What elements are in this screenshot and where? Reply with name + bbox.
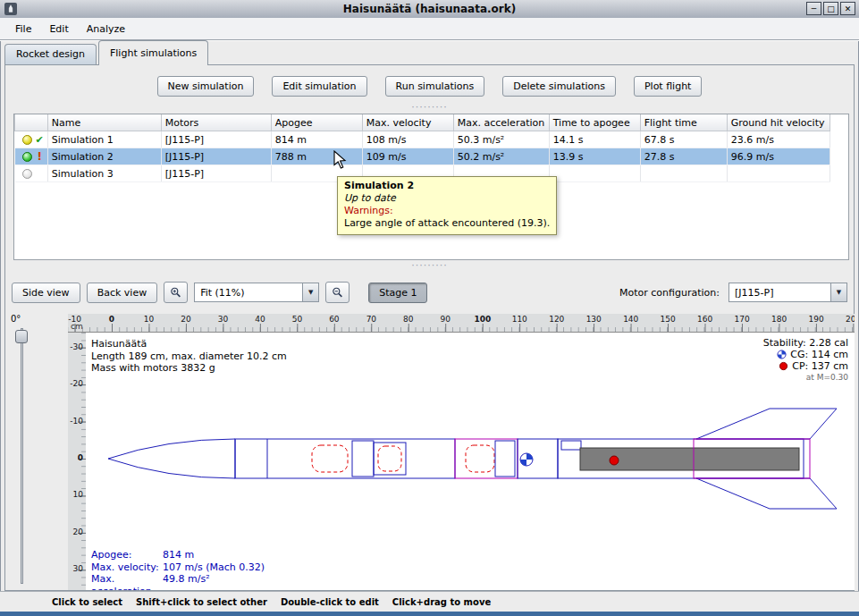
flight-value: 814 m bbox=[163, 549, 194, 561]
back-view-button[interactable]: Back view bbox=[87, 283, 158, 303]
zoom-level-select[interactable]: Fit (11%) ▼ bbox=[194, 283, 319, 302]
status-bar: Click to selectShift+click to select oth… bbox=[0, 591, 859, 612]
tab-flight-simulations[interactable]: Flight simulations bbox=[98, 40, 208, 65]
cg-marker bbox=[520, 453, 533, 466]
cp-marker bbox=[610, 456, 619, 465]
figure-area: 0° -100102030405060708090100110120130140… bbox=[5, 312, 854, 590]
column-header[interactable]: Time to apogee bbox=[549, 114, 640, 131]
column-header[interactable]: Max. velocity bbox=[362, 114, 453, 131]
motor-configuration-select[interactable]: [J115-P] ▼ bbox=[728, 283, 847, 302]
cg-icon bbox=[777, 350, 787, 359]
stage-1-toggle[interactable]: Stage 1 bbox=[368, 283, 427, 303]
motor-configuration-label: Motor configuration: bbox=[619, 287, 720, 299]
ruler-label: 40 bbox=[255, 315, 265, 324]
application-window: Haisunäätä (haisunaata.ork) ─ □ ✕ FileEd… bbox=[0, 0, 859, 616]
ruler-label: 70 bbox=[366, 315, 376, 324]
column-header[interactable] bbox=[15, 114, 48, 131]
flight-summary-row: Apogee:814 m bbox=[91, 549, 265, 561]
slider-thumb[interactable] bbox=[15, 330, 28, 343]
menu-analyze[interactable]: Analyze bbox=[79, 21, 133, 38]
simulation-toolbar: New simulationEdit simulationRun simulat… bbox=[5, 76, 854, 97]
cell-time-to-apogee: 13.9 s bbox=[549, 148, 640, 165]
slider-track bbox=[21, 328, 23, 584]
cell-name: Simulation 2 bbox=[47, 148, 161, 165]
ruler-label: 180 bbox=[771, 315, 787, 324]
cell-max-velocity: 108 m/s bbox=[362, 131, 453, 148]
hint-text: Click+drag to move bbox=[392, 597, 491, 607]
window-bottom-border bbox=[0, 612, 859, 616]
column-header[interactable]: Apogee bbox=[271, 114, 362, 131]
ruler-label: 120 bbox=[549, 315, 564, 324]
ruler-label: 10 bbox=[144, 315, 154, 324]
menu-edit[interactable]: Edit bbox=[41, 21, 76, 38]
status-mark: ! bbox=[38, 150, 42, 163]
figure-toolbar: Side view Back view Fit (11%) ▼ Stage 1 … bbox=[5, 273, 854, 312]
hint-text: Shift+click to select other bbox=[136, 597, 267, 607]
column-header[interactable]: Ground hit velocity bbox=[727, 114, 830, 131]
status-cell bbox=[15, 165, 48, 182]
tooltip-warnings-label: Warnings: bbox=[344, 205, 550, 217]
ruler-label: 150 bbox=[661, 315, 676, 324]
cell-flight-time: 67.8 s bbox=[640, 131, 727, 148]
simulation-table: NameMotorsApogeeMax. velocityMax. accele… bbox=[14, 114, 830, 182]
column-header[interactable]: Name bbox=[47, 114, 161, 131]
tooltip-status: Up to date bbox=[344, 192, 550, 205]
run-simulations-button[interactable]: Run simulations bbox=[385, 76, 485, 97]
zoom-in-button[interactable] bbox=[164, 282, 188, 303]
status-ok-icon bbox=[22, 135, 32, 145]
simulation-tooltip: Simulation 2 Up to date Warnings: Large … bbox=[337, 176, 557, 235]
motor-configuration-value: [J115-P] bbox=[729, 287, 830, 299]
minimize-button[interactable]: ─ bbox=[806, 2, 821, 15]
cell-max-acceleration: 50.3 m/s² bbox=[453, 131, 549, 148]
ruler-label: 30 bbox=[73, 564, 83, 573]
ruler-label: 100 bbox=[474, 315, 491, 324]
column-header[interactable]: Max. acceleration bbox=[453, 114, 549, 131]
ruler-label: 110 bbox=[512, 315, 527, 324]
window-title: Haisunäätä (haisunaata.ork) bbox=[0, 3, 859, 15]
ruler-label: 30 bbox=[218, 315, 228, 324]
table-row[interactable]: ✔Simulation 1[J115-P]814 m108 m/s50.3 m/… bbox=[15, 131, 830, 148]
rocket-name: Haisunäätä bbox=[91, 338, 287, 350]
splitter-handle[interactable]: ········· bbox=[5, 104, 854, 112]
flight-summary-row: Max. acceleration:49.8 m/s² bbox=[91, 573, 265, 590]
rotation-slider[interactable] bbox=[14, 328, 29, 584]
plot-flight-button[interactable]: Plot flight bbox=[634, 76, 702, 97]
hint-text: Double-click to edit bbox=[281, 597, 379, 607]
maximize-button[interactable]: □ bbox=[823, 2, 838, 15]
mach-condition: at M=0.30 bbox=[763, 372, 848, 384]
ruler-label: 50 bbox=[292, 315, 302, 324]
zoom-out-button[interactable] bbox=[325, 282, 349, 303]
edit-simulation-button[interactable]: Edit simulation bbox=[272, 76, 366, 97]
new-simulation-button[interactable]: New simulation bbox=[157, 76, 255, 97]
horizontal-ruler: -100102030405060708090100110120130140150… bbox=[68, 314, 855, 333]
cell-flight-time bbox=[640, 165, 727, 182]
menu-file[interactable]: File bbox=[7, 21, 39, 38]
flight-label: Max. velocity: bbox=[91, 561, 163, 574]
flight-value: 49.8 m/s² bbox=[163, 573, 210, 590]
close-button[interactable]: ✕ bbox=[840, 2, 855, 15]
hint-text: Click to select bbox=[52, 597, 122, 607]
column-header[interactable]: Motors bbox=[161, 114, 271, 131]
table-row[interactable]: !Simulation 2[J115-P]788 m109 m/s50.2 m/… bbox=[15, 148, 830, 165]
column-header[interactable]: Flight time bbox=[640, 114, 727, 131]
rocket-canvas[interactable]: Haisunäätä Length 189 cm, max. diameter … bbox=[86, 333, 855, 590]
side-view-button[interactable]: Side view bbox=[12, 283, 80, 303]
zoom-out-icon bbox=[332, 285, 343, 300]
tab-bar: Rocket designFlight simulations bbox=[4, 39, 855, 64]
cell-time-to-apogee bbox=[549, 165, 640, 182]
tab-rocket-design[interactable]: Rocket design bbox=[4, 44, 97, 64]
title-bar[interactable]: Haisunäätä (haisunaata.ork) ─ □ ✕ bbox=[0, 0, 859, 19]
status-none-icon bbox=[22, 169, 32, 179]
status-warning-icon bbox=[22, 152, 32, 162]
mouse-cursor bbox=[333, 150, 348, 170]
cell-name: Simulation 1 bbox=[47, 131, 161, 148]
delete-simulations-button[interactable]: Delete simulations bbox=[502, 76, 616, 97]
flight-value: 107 m/s (Mach 0.32) bbox=[163, 561, 265, 574]
flight-label: Apogee: bbox=[91, 549, 163, 561]
splitter-handle[interactable]: ········· bbox=[5, 261, 854, 271]
cell-motors: [J115-P] bbox=[161, 165, 271, 182]
cell-apogee: 788 m bbox=[271, 148, 362, 165]
ruler-label: 160 bbox=[697, 315, 712, 324]
cell-apogee: 814 m bbox=[271, 131, 362, 148]
flight-summary: Apogee:814 mMax. velocity:107 m/s (Mach … bbox=[91, 549, 265, 590]
